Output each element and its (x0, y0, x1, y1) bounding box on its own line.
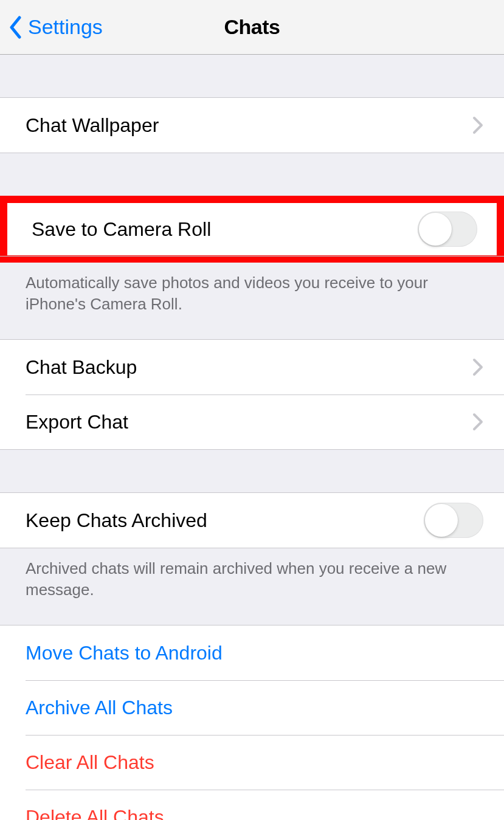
action-label: Move Chats to Android (26, 642, 483, 664)
action-move-to-android[interactable]: Move Chats to Android (0, 625, 504, 680)
chevron-right-icon (472, 413, 483, 431)
row-chat-wallpaper[interactable]: Chat Wallpaper (0, 98, 504, 153)
row-label: Export Chat (26, 411, 472, 433)
action-label: Archive All Chats (26, 697, 483, 719)
row-keep-chats-archived: Keep Chats Archived (0, 493, 504, 548)
action-archive-all[interactable]: Archive All Chats (0, 680, 504, 735)
toggle-keep-archived[interactable] (424, 503, 483, 538)
group-keep-archived: Keep Chats Archived (0, 492, 504, 548)
toggle-knob (419, 213, 452, 246)
group-actions: Move Chats to Android Archive All Chats … (0, 625, 504, 820)
row-label: Save to Camera Roll (32, 218, 418, 241)
group-wallpaper: Chat Wallpaper (0, 97, 504, 153)
chevron-right-icon (472, 116, 483, 134)
chevron-right-icon (472, 358, 483, 376)
nav-header: Settings Chats (0, 0, 504, 55)
toggle-knob (425, 504, 458, 537)
row-label: Chat Backup (26, 356, 472, 379)
back-label: Settings (28, 15, 103, 39)
row-chat-backup[interactable]: Chat Backup (0, 340, 504, 394)
chevron-left-icon (9, 16, 22, 39)
footer-save-camera-roll: Automatically save photos and videos you… (0, 263, 504, 315)
group-backup-export: Chat Backup Export Chat (0, 339, 504, 450)
row-label: Chat Wallpaper (26, 114, 472, 137)
back-button[interactable]: Settings (0, 15, 103, 39)
footer-keep-archived: Archived chats will remain archived when… (0, 548, 504, 601)
action-delete-all[interactable]: Delete All Chats (0, 790, 504, 820)
action-clear-all[interactable]: Clear All Chats (0, 735, 504, 790)
row-label: Keep Chats Archived (26, 509, 424, 532)
toggle-save-camera-roll[interactable] (418, 212, 477, 247)
action-label: Clear All Chats (26, 751, 483, 774)
row-export-chat[interactable]: Export Chat (0, 394, 504, 449)
group-save-camera-roll: Save to Camera Roll (6, 202, 498, 257)
action-label: Delete All Chats (26, 806, 483, 820)
row-save-to-camera-roll: Save to Camera Roll (6, 202, 498, 257)
highlight-box: Save to Camera Roll (0, 196, 504, 263)
